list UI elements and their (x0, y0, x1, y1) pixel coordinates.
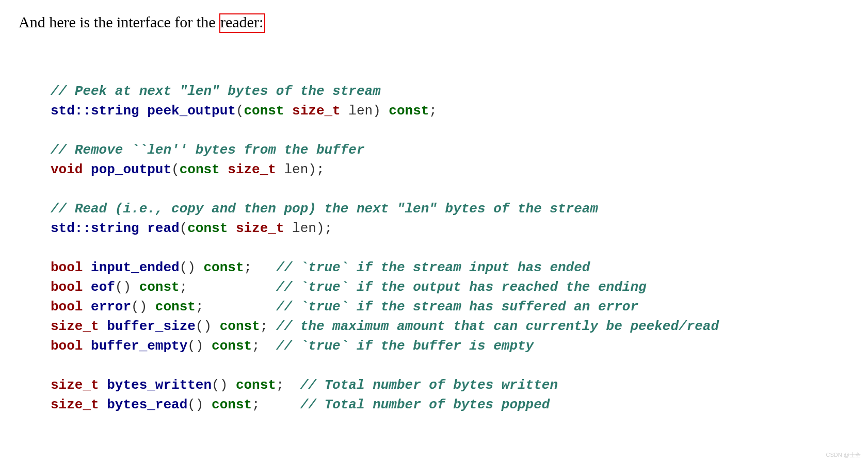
kw: const (212, 397, 252, 412)
fn: error (83, 299, 131, 315)
comment: // `true` if the output has reached the … (276, 279, 647, 295)
punct: () (131, 299, 155, 315)
fn: read (139, 221, 180, 236)
punct: ; (252, 338, 276, 354)
punct: ; (180, 279, 276, 295)
type: size_t (51, 377, 99, 393)
comment: // `true` if the stream has suffered an … (276, 299, 638, 315)
kw: const (244, 103, 284, 119)
fn: buffer_empty (83, 338, 187, 354)
punct: () (180, 260, 204, 275)
punct: () (115, 279, 139, 295)
kw: const (236, 377, 276, 393)
type: bool (51, 299, 83, 315)
punct: ; (252, 397, 300, 412)
code-block: // Peek at next "len" bytes of the strea… (51, 62, 719, 415)
punct: ; (244, 260, 276, 275)
punct: ; (276, 377, 300, 393)
comment: // Remove ``len'' bytes from the buffer (51, 142, 365, 158)
fn: input_ended (83, 260, 179, 275)
kw: const (212, 338, 252, 354)
comment: // Total number of bytes popped (300, 397, 550, 412)
punct: len); (284, 221, 333, 236)
type: bool (51, 260, 83, 275)
intro-prefix: And here is the interface for the (19, 13, 216, 30)
kw: const (139, 279, 180, 295)
fn: bytes_read (99, 397, 188, 412)
punct: ( (180, 221, 188, 236)
punct: ( (171, 162, 180, 177)
watermark: CSDN @士全 (826, 451, 861, 459)
type: size_t (51, 319, 99, 334)
type: size_t (51, 397, 99, 412)
fn: bytes_written (99, 377, 212, 393)
punct: () (187, 338, 212, 354)
fn: peek_output (139, 103, 236, 119)
punct: ; (260, 319, 276, 334)
type: bool (51, 279, 83, 295)
punct: () (187, 397, 212, 412)
type: bool (51, 338, 83, 354)
kw: const (389, 103, 429, 119)
kw: const (155, 299, 196, 315)
comment: // the maximum amount that can currently… (276, 319, 719, 334)
fn: eof (83, 279, 115, 295)
type: size_t (228, 221, 284, 236)
kw: const (180, 162, 220, 177)
punct: len); (276, 162, 325, 177)
reader-highlight: reader: (219, 13, 265, 33)
punct: ; (429, 103, 437, 119)
fn: pop_output (83, 162, 171, 177)
comment: // `true` if the buffer is empty (276, 338, 534, 354)
fn: buffer_size (99, 319, 196, 334)
type: size_t (220, 162, 276, 177)
type-ns: std::string (51, 221, 139, 236)
comment: // Peek at next "len" bytes of the strea… (51, 84, 381, 99)
intro-text: And here is the interface for the reader… (19, 13, 265, 33)
type: void (51, 162, 83, 177)
punct: () (196, 319, 220, 334)
kw: const (187, 221, 228, 236)
type: size_t (284, 103, 341, 119)
punct: len) (341, 103, 389, 119)
kw: const (220, 319, 260, 334)
comment: // Read (i.e., copy and then pop) the ne… (51, 201, 598, 217)
kw: const (203, 260, 244, 275)
punct: ( (236, 103, 244, 119)
comment: // `true` if the stream input has ended (276, 260, 590, 275)
punct: () (212, 377, 236, 393)
type-ns: std::string (51, 103, 139, 119)
punct: ; (196, 299, 276, 315)
comment: // Total number of bytes written (300, 377, 558, 393)
